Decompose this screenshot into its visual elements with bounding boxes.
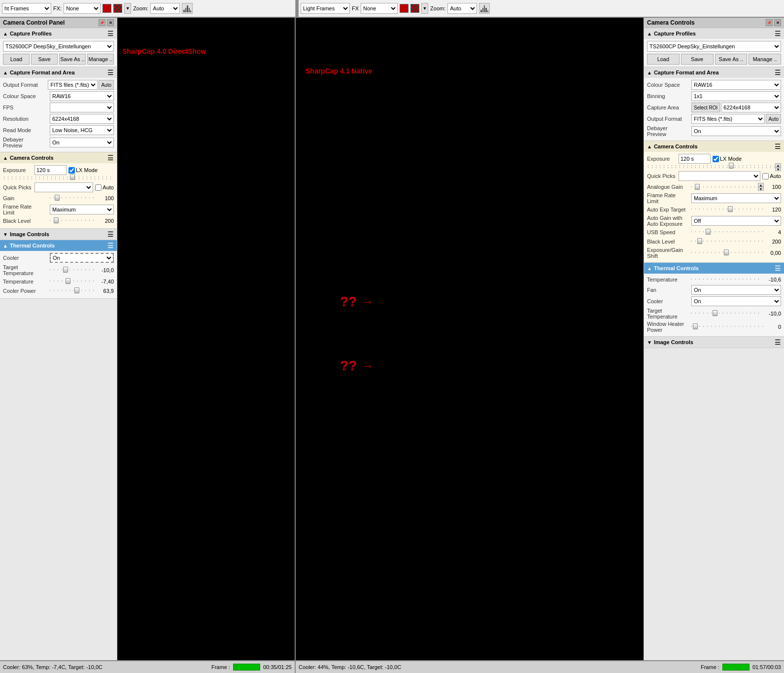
menu-profiles-left[interactable]: ☰ xyxy=(107,30,114,37)
frame-rate-select-right[interactable]: Maximum xyxy=(691,193,781,203)
save-as-btn-left[interactable]: Save As .. xyxy=(59,54,86,65)
exposure-up-arrow[interactable]: ▲ xyxy=(775,163,781,167)
toolbar-left: ht Frames FX: None ▼ Zoom: Auto xyxy=(0,0,296,17)
panel-titlebar-right: Camera Controls 📌 ✕ xyxy=(644,18,784,28)
auto-label-right: Auto xyxy=(762,173,781,179)
cooler-info-right: Cooler: 44%, Temp: -10,6C, Target: -10,0… xyxy=(299,664,401,670)
thermal-controls-header-left[interactable]: ▲ Thermal Controls ☰ xyxy=(0,240,117,251)
quick-picks-select-left[interactable] xyxy=(34,182,93,192)
frame-time-left: 00:35/01:25 xyxy=(263,664,292,670)
exposure-down-arrow[interactable]: ▼ xyxy=(775,167,781,171)
frame-rate-select-left[interactable]: Maximum xyxy=(50,205,114,214)
select-roi-btn[interactable]: Select ROI xyxy=(691,103,720,112)
cooler-select-left[interactable]: On xyxy=(50,253,114,263)
capture-profiles-header-right[interactable]: ▲ Capture Profiles ☰ xyxy=(644,28,784,39)
menu-thermal-left[interactable]: ☰ xyxy=(107,242,114,249)
fx-label-right: FX xyxy=(352,5,359,11)
auto-btn-right[interactable]: Auto xyxy=(766,114,781,124)
dropdown-arrow-right[interactable]: ▼ xyxy=(421,3,428,14)
auto-checkbox-right[interactable] xyxy=(762,173,769,179)
image-controls-header-left[interactable]: ▼ Image Controls ☰ xyxy=(0,229,117,240)
gain-up-right[interactable]: ▲ xyxy=(758,183,764,187)
menu-profiles-right[interactable]: ☰ xyxy=(775,30,781,37)
capture-profiles-header-left[interactable]: ▲ Capture Profiles ☰ xyxy=(0,28,117,39)
output-format-select-right[interactable]: FITS files (*.fits) xyxy=(691,114,765,124)
colour-space-label-left: Colour Space xyxy=(3,93,50,99)
colour-space-select-right[interactable]: RAW16 xyxy=(691,80,781,90)
gain-down-right[interactable]: ▼ xyxy=(758,187,764,191)
fps-select-left[interactable] xyxy=(50,103,114,112)
fx-select-right[interactable]: None xyxy=(361,3,398,14)
capture-area-select-right[interactable]: 6224x4168 xyxy=(721,103,781,112)
menu-camera-right[interactable]: ☰ xyxy=(775,142,781,150)
target-temp-value-right: -10,0 xyxy=(761,311,781,317)
lx-mode-checkbox-left[interactable] xyxy=(68,167,75,174)
zoom-select-left[interactable]: Auto xyxy=(150,3,180,14)
exposure-input-right[interactable] xyxy=(679,154,711,164)
fx-select-left[interactable]: None xyxy=(64,3,101,14)
chevron-format-right: ▲ xyxy=(647,70,652,75)
save-btn-left[interactable]: Save xyxy=(31,54,58,65)
status-bar-right: Cooler: 44%, Temp: -10,6C, Target: -10,0… xyxy=(296,661,784,673)
lx-mode-checkbox-right[interactable] xyxy=(713,156,719,162)
save-btn-right[interactable]: Save xyxy=(681,54,714,65)
close-icon-left[interactable]: ✕ xyxy=(107,19,114,26)
auto-checkbox-left[interactable] xyxy=(95,184,102,191)
quick-picks-select-right[interactable] xyxy=(679,171,760,181)
window-heater-value-right: 0 xyxy=(764,324,781,330)
close-icon-right[interactable]: ✕ xyxy=(774,19,781,26)
fan-select-right[interactable]: On xyxy=(691,285,781,295)
menu-format-left[interactable]: ☰ xyxy=(107,69,114,76)
output-format-select-left[interactable]: FITS files (*.fits) xyxy=(48,80,98,90)
capture-profiles-right: ▲ Capture Profiles ☰ TS2600CP DeepSky_Ei… xyxy=(644,28,784,67)
resolution-select-left[interactable]: 6224x4168 xyxy=(50,114,114,124)
cooler-select-right[interactable]: On xyxy=(691,296,781,306)
dropdown-arrow-left[interactable]: ▼ xyxy=(124,3,131,14)
save-as-btn-right[interactable]: Save As .. xyxy=(715,54,748,65)
debayer-select-right[interactable]: On xyxy=(691,126,781,136)
histogram-icon-left[interactable] xyxy=(182,3,193,14)
zoom-select-right[interactable]: Auto xyxy=(447,3,477,14)
color-box-red-left xyxy=(102,4,111,13)
capture-format-header-right[interactable]: ▲ Capture Format and Area ☰ xyxy=(644,67,784,78)
camera-controls-header-right[interactable]: ▲ Camera Controls ☰ xyxy=(644,141,784,152)
frames-select-left[interactable]: ht Frames xyxy=(2,3,51,14)
menu-image-right[interactable]: ☰ xyxy=(775,338,781,346)
capture-format-right: ▲ Capture Format and Area ☰ Colour Space… xyxy=(644,67,784,141)
manage-btn-right[interactable]: Manage .. xyxy=(749,54,781,65)
read-mode-select-left[interactable]: Low Noise, HCG xyxy=(50,125,114,135)
colour-space-select-left[interactable]: RAW16 xyxy=(50,91,114,101)
frames-select-right[interactable]: Light Frames xyxy=(301,3,350,14)
profile-select-right[interactable]: TS2600CP DeepSky_Einstellungen xyxy=(647,41,781,52)
auto-btn-left[interactable]: Auto xyxy=(99,80,114,90)
exposure-input-left[interactable] xyxy=(34,165,67,175)
auto-gain-select-right[interactable]: Off xyxy=(691,216,781,226)
exp-gain-label2-right: Shift xyxy=(647,253,691,259)
menu-thermal-right[interactable]: ☰ xyxy=(775,264,781,272)
profile-select-left[interactable]: TS2600CP DeepSky_Einstellungen xyxy=(3,41,114,52)
debayer-select-left[interactable]: On xyxy=(50,138,114,147)
camera-controls-header-left[interactable]: ▲ Camera Controls ☰ xyxy=(0,152,117,163)
preview-right: SharpCap 4.1 Native ?? → ?? → xyxy=(296,18,644,660)
image-controls-header-right[interactable]: ▼ Image Controls ☰ xyxy=(644,337,784,348)
pin-icon-right[interactable]: 📌 xyxy=(766,19,773,26)
menu-camera-left[interactable]: ☰ xyxy=(107,154,114,162)
chevron-format-left: ▲ xyxy=(3,70,8,75)
load-btn-right[interactable]: Load xyxy=(647,54,680,65)
menu-image-left[interactable]: ☰ xyxy=(107,230,114,238)
capture-format-header-left[interactable]: ▲ Capture Format and Area ☰ xyxy=(0,67,117,78)
thermal-controls-header-right[interactable]: ▲ Thermal Controls ☰ xyxy=(644,263,784,274)
frame-rate-label-right: Frame Rate xyxy=(647,192,691,198)
histogram-icon-right[interactable] xyxy=(479,3,490,14)
binning-select-right[interactable]: 1x1 xyxy=(691,91,781,101)
menu-format-right[interactable]: ☰ xyxy=(775,69,781,76)
pin-icon-left[interactable]: 📌 xyxy=(99,19,105,26)
chevron-profiles-left: ▲ xyxy=(3,31,8,36)
temperature-label-left: Temperature xyxy=(3,279,50,284)
manage-btn-left[interactable]: Manage .. xyxy=(87,54,114,65)
load-btn-left[interactable]: Load xyxy=(3,54,30,65)
target-temp-label-left: Target xyxy=(3,264,50,270)
camera-controls-left: ▲ Camera Controls ☰ Exposure LX Mode xyxy=(0,152,117,229)
arrow-1: → xyxy=(362,295,374,309)
chevron-profiles-right: ▲ xyxy=(647,31,652,36)
